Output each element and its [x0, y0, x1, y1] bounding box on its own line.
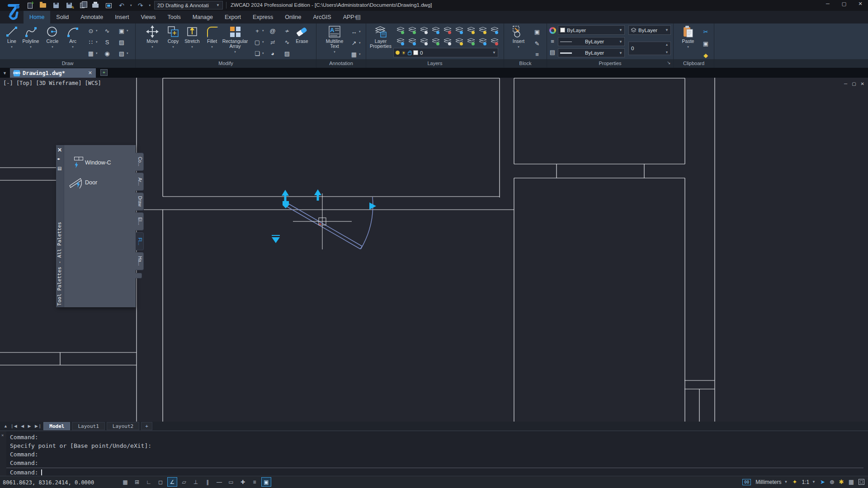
palette-tab-el[interactable]: El... — [136, 212, 144, 230]
layer-dropdown[interactable]: ☀ 0 ▼ — [393, 48, 498, 57]
palette-autohide-icon[interactable]: ◂▸ — [57, 157, 60, 161]
redo-dropdown-caret[interactable]: ▾ — [149, 4, 151, 7]
document-close-icon[interactable]: ✕ — [88, 70, 92, 76]
layer-tool-icon[interactable] — [454, 25, 465, 35]
minimize-button[interactable]: ─ — [823, 1, 833, 7]
small-tool-icon[interactable]: ▣▾ — [118, 26, 128, 35]
circle-button[interactable]: Circle▾ — [42, 24, 63, 59]
workspace-dropdown[interactable]: 2D Drafting & Annotati ▼ — [154, 1, 223, 9]
status-toggle-3[interactable]: ◻ — [156, 477, 165, 487]
print-icon[interactable] — [91, 1, 100, 9]
palette-tab-co[interactable]: Co... — [136, 153, 144, 171]
linetype-list-icon[interactable]: ≡ — [548, 38, 557, 45]
layer-tool-icon[interactable] — [442, 25, 453, 35]
palette-tab-draw[interactable]: Draw — [136, 192, 144, 211]
annotation-scale-icon[interactable]: ✦ — [792, 479, 797, 485]
layer-tool-icon[interactable] — [454, 37, 465, 47]
small-tool-icon[interactable]: ▧▾ — [118, 49, 128, 58]
status-toggle-12[interactable]: ▣ — [261, 477, 271, 487]
viewport-close-icon[interactable]: ✕ — [861, 81, 864, 86]
palette-close-icon[interactable]: ✕ — [57, 147, 62, 153]
fullscreen-icon[interactable] — [859, 479, 864, 485]
layer-tool-icon[interactable] — [419, 37, 429, 47]
viewport-restore-icon[interactable]: ▢ — [852, 81, 856, 86]
open-folder-icon[interactable] — [38, 1, 47, 9]
insert-button[interactable]: Insert▾ — [508, 24, 529, 59]
small-tool-icon[interactable]: ≓ — [269, 38, 277, 47]
copy-icon[interactable]: ▣ — [702, 39, 710, 48]
status-toggle-4[interactable]: ∠ — [167, 477, 177, 487]
layer-tool-icon[interactable] — [477, 25, 488, 35]
small-tool-icon[interactable]: ▨ — [118, 38, 126, 47]
redo-icon[interactable]: ↷ — [136, 1, 145, 9]
format-painter-icon[interactable]: ◆ — [702, 51, 710, 60]
status-toggle-5[interactable]: ▱ — [179, 477, 189, 487]
preview-icon[interactable] — [104, 1, 113, 9]
palette-tab-ar[interactable]: Ar... — [136, 173, 144, 191]
layer-tool-icon[interactable] — [430, 37, 441, 47]
thickness-spinner[interactable]: 0 ▲▼ — [628, 42, 671, 55]
status-toggle-6[interactable]: ⊥ — [191, 477, 201, 487]
drawing-viewport[interactable]: [-] [Top] [3D Wireframe] [WCS] ─ ▢ ✕ ✕ ◂… — [0, 78, 868, 422]
small-tool-icon[interactable]: ∿ — [103, 26, 111, 35]
doc-tab-menu-icon[interactable]: ▼ — [3, 71, 7, 75]
ribbon-tab-annotate[interactable]: Annotate — [75, 11, 109, 23]
new-document-tab-icon[interactable]: + — [100, 69, 108, 76]
layer-tool-icon[interactable] — [407, 37, 418, 47]
ribbon-tab-express[interactable]: Express — [247, 11, 279, 23]
small-tool-icon[interactable]: ◉ — [103, 49, 111, 58]
small-tool-icon[interactable]: ≁ — [283, 26, 291, 35]
document-tab[interactable]: DWG Drawing1.dwg* ✕ — [10, 68, 96, 78]
layer-tool-icon[interactable] — [430, 25, 441, 35]
layer-tool-icon[interactable] — [477, 37, 488, 47]
save-icon[interactable] — [52, 1, 61, 9]
close-button[interactable]: ✕ — [855, 1, 865, 7]
ribbon-collapse-icon[interactable]: ▤ — [355, 14, 361, 20]
palette-tab-overflow[interactable] — [136, 273, 142, 278]
save-as-icon[interactable] — [65, 1, 74, 9]
small-tool-icon[interactable]: ❏▾ — [253, 49, 264, 58]
lineweight-dropdown[interactable]: ByLayer ▼ — [558, 48, 625, 57]
paste-button[interactable]: Paste▾ — [677, 24, 699, 59]
palette-tab-fl[interactable]: Fl... — [136, 232, 144, 250]
small-tool-icon[interactable]: ⊙▾ — [87, 26, 98, 35]
color-palette-icon[interactable] — [549, 27, 556, 34]
command-prompt[interactable]: Command: — [10, 469, 42, 476]
display-grid-icon[interactable]: ▦ — [849, 479, 854, 485]
small-tool-icon[interactable]: +▾ — [253, 26, 264, 35]
erase-button[interactable]: Erase — [291, 24, 313, 59]
small-tool-icon[interactable]: ▦▾ — [87, 49, 98, 58]
move-button[interactable]: Move▾ — [142, 24, 163, 59]
copy-button[interactable]: Copy▾ — [163, 24, 184, 59]
arc-button[interactable]: Arc▾ — [62, 24, 83, 59]
status-toggle-0[interactable]: ▦ — [120, 477, 130, 487]
small-tool-icon[interactable]: S — [103, 38, 111, 47]
spinner-buttons[interactable]: ▲▼ — [664, 43, 670, 54]
small-tool-icon[interactable]: ▣ — [533, 27, 541, 36]
palette-titlebar[interactable]: ✕ ◂▸ ▤ Tool Palettes - All Palettes — [56, 145, 64, 307]
status-toggle-8[interactable]: — — [214, 477, 224, 487]
line-button[interactable]: Line▾ — [1, 24, 22, 59]
command-line-panel[interactable]: ✕ Command: Specify point or [Base point/… — [0, 431, 868, 476]
copy-sheet-icon[interactable] — [78, 1, 87, 9]
layout-tab-layout1[interactable]: Layout1 — [72, 422, 104, 430]
palette-item-door[interactable]: Door — [64, 174, 136, 192]
settings-gear-icon[interactable]: ✱ — [839, 479, 844, 485]
rectangular-array-button[interactable]: Rectangular Array▾ — [221, 24, 250, 59]
layer-tool-icon[interactable] — [489, 37, 500, 47]
status-toggle-2[interactable]: ∟ — [144, 477, 154, 487]
ribbon-tab-online[interactable]: Online — [279, 11, 307, 23]
transparency-dropdown[interactable]: ByLayer ▼ — [628, 25, 671, 35]
scale-dropdown[interactable]: 1:1 — [802, 479, 809, 485]
layer-tool-icon[interactable] — [419, 25, 429, 35]
status-toggle-9[interactable]: ▭ — [226, 477, 236, 487]
ribbon-tab-arcgis[interactable]: ArcGIS — [307, 11, 337, 23]
palette-properties-icon[interactable]: ▤ — [57, 166, 61, 171]
status-toggle-1[interactable]: ⊞ — [132, 477, 142, 487]
small-tool-icon[interactable]: ◕ — [269, 49, 277, 58]
undo-icon[interactable]: ↶ — [117, 1, 126, 9]
undo-dropdown-caret[interactable]: ▾ — [130, 4, 132, 7]
small-tool-icon[interactable]: ↔▾ — [350, 27, 361, 36]
stretch-button[interactable]: Stretch▾ — [182, 24, 203, 59]
viewport-minimize-icon[interactable]: ─ — [844, 81, 847, 86]
